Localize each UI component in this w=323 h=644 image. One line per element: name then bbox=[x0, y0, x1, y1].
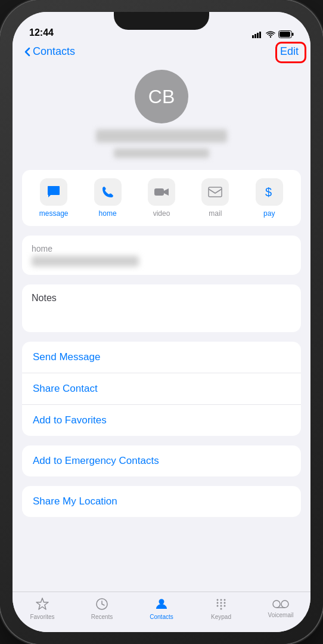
svg-rect-2 bbox=[257, 33, 259, 38]
tab-favorites-label: Favorites bbox=[30, 614, 54, 620]
message-label: message bbox=[39, 209, 69, 218]
svg-rect-1 bbox=[254, 34, 256, 38]
avatar: CB bbox=[135, 70, 188, 123]
person-icon bbox=[154, 597, 169, 611]
svg-point-18 bbox=[224, 602, 226, 604]
svg-point-13 bbox=[217, 599, 219, 601]
svg-point-12 bbox=[159, 599, 164, 605]
tab-keypad-label: Keypad bbox=[211, 614, 231, 620]
svg-rect-9 bbox=[209, 187, 222, 197]
signal-icon bbox=[252, 31, 263, 38]
pay-label: pay bbox=[263, 209, 275, 218]
avatar-initials: CB bbox=[148, 86, 175, 108]
battery-icon bbox=[278, 30, 294, 38]
action-btn-message[interactable]: message bbox=[33, 178, 74, 218]
back-button[interactable]: Contacts bbox=[24, 45, 75, 58]
share-contact-item[interactable]: Share Contact bbox=[22, 373, 301, 405]
svg-point-24 bbox=[281, 600, 288, 608]
phone-frame: 12:44 bbox=[0, 0, 323, 644]
send-message-item[interactable]: Send Message bbox=[22, 342, 301, 373]
svg-point-15 bbox=[224, 599, 226, 601]
home-phone-card: home bbox=[22, 236, 301, 275]
phone-icon-container bbox=[94, 178, 122, 206]
action-list-2: Add to Emergency Contacts bbox=[22, 445, 301, 476]
mail-icon bbox=[208, 187, 222, 197]
svg-point-16 bbox=[217, 602, 219, 604]
video-label: video bbox=[153, 209, 170, 218]
add-emergency-item[interactable]: Add to Emergency Contacts bbox=[22, 445, 301, 476]
message-icon bbox=[46, 185, 61, 199]
wifi-icon bbox=[266, 31, 275, 38]
add-favorites-item[interactable]: Add to Favorites bbox=[22, 405, 301, 436]
svg-text:$: $ bbox=[265, 185, 272, 199]
action-list-1: Send Message Share Contact Add to Favori… bbox=[22, 342, 301, 436]
message-icon-container bbox=[40, 178, 67, 206]
tab-contacts[interactable]: Contacts bbox=[141, 597, 182, 620]
svg-point-23 bbox=[273, 600, 280, 608]
mail-label: mail bbox=[209, 209, 222, 218]
tab-voicemail-label: Voicemail bbox=[268, 612, 294, 618]
svg-point-17 bbox=[220, 602, 222, 604]
svg-rect-8 bbox=[154, 188, 164, 196]
svg-rect-0 bbox=[252, 35, 254, 38]
back-label: Contacts bbox=[33, 45, 75, 58]
action-buttons-row: message home bbox=[22, 170, 301, 226]
home-phone-value-blurred bbox=[32, 256, 139, 267]
edit-button-container: Edit bbox=[280, 45, 299, 58]
contact-sub-blurred bbox=[114, 148, 209, 158]
tab-contacts-label: Contacts bbox=[150, 614, 173, 620]
notch bbox=[114, 12, 209, 30]
action-btn-home[interactable]: home bbox=[87, 178, 129, 218]
status-icons bbox=[252, 30, 294, 38]
action-btn-pay[interactable]: $ pay bbox=[249, 178, 290, 218]
svg-point-20 bbox=[220, 605, 222, 607]
pay-icon: $ bbox=[263, 185, 276, 199]
svg-rect-6 bbox=[292, 33, 294, 36]
tab-bar: Favorites Recents Contacts bbox=[13, 592, 310, 632]
svg-rect-7 bbox=[279, 32, 290, 37]
video-icon-container bbox=[148, 178, 175, 206]
action-list-3: Share My Location bbox=[22, 486, 301, 517]
pay-icon-container: $ bbox=[256, 178, 283, 206]
tab-favorites[interactable]: Favorites bbox=[21, 597, 63, 620]
svg-point-21 bbox=[224, 605, 226, 607]
svg-rect-3 bbox=[259, 32, 261, 38]
phone-screen: 12:44 bbox=[13, 12, 310, 632]
phone-icon bbox=[101, 185, 114, 199]
svg-point-4 bbox=[270, 36, 271, 37]
video-icon bbox=[154, 187, 169, 197]
action-btn-video[interactable]: video bbox=[141, 178, 182, 218]
status-time: 12:44 bbox=[29, 27, 54, 38]
chevron-left-icon bbox=[24, 47, 30, 57]
tab-keypad[interactable]: Keypad bbox=[200, 597, 242, 620]
contact-name-blurred bbox=[96, 129, 227, 143]
edit-button[interactable]: Edit bbox=[280, 45, 299, 57]
home-phone-label: home bbox=[32, 244, 291, 253]
tab-voicemail[interactable]: Voicemail bbox=[260, 599, 302, 618]
home-label: home bbox=[99, 209, 117, 218]
keypad-icon bbox=[214, 597, 228, 611]
svg-point-22 bbox=[220, 608, 222, 610]
voicemail-icon bbox=[272, 599, 289, 609]
notes-label: Notes bbox=[32, 293, 291, 304]
tab-recents-label: Recents bbox=[91, 614, 113, 620]
tab-recents[interactable]: Recents bbox=[81, 597, 123, 620]
contact-header: CB bbox=[13, 64, 310, 170]
star-icon bbox=[35, 597, 49, 611]
clock-icon bbox=[95, 597, 109, 611]
notes-card: Notes bbox=[22, 284, 301, 332]
share-location-item[interactable]: Share My Location bbox=[22, 486, 301, 517]
scroll-area: CB message bbox=[13, 64, 310, 592]
action-btn-mail[interactable]: mail bbox=[194, 178, 236, 218]
nav-bar: Contacts Edit bbox=[13, 42, 310, 64]
svg-point-14 bbox=[220, 599, 222, 601]
mail-icon-container bbox=[201, 178, 229, 206]
svg-point-19 bbox=[217, 605, 219, 607]
